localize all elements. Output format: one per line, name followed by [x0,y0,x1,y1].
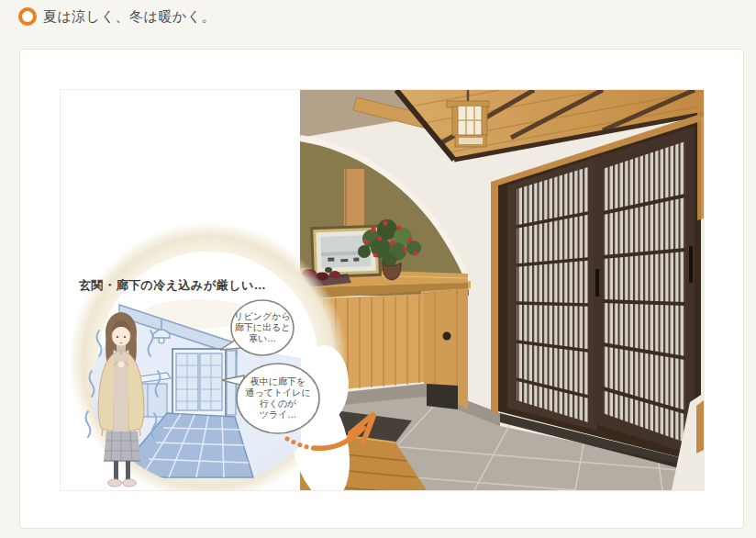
bubble-line: 通ってトイレに [234,387,322,398]
section-header: 夏は涼しく、冬は暖かく。 [18,7,216,26]
bubble-line: ツライ… [234,409,322,420]
bubble-line: リビングから [230,311,295,322]
door-handle [595,269,599,297]
door-handle [689,246,693,283]
bubble-line: 行くのが [234,398,322,409]
bubble-line: 寒い… [230,333,295,344]
speech-bubble-1-text: リビングから 廊下に出ると 寒い… [230,311,295,344]
cabinet-door-hole [443,332,451,341]
section-title: 夏は涼しく、冬は暖かく。 [43,8,216,26]
bubble-line: 夜中に廊下を [234,376,322,387]
bubble-line: 廊下に出ると [230,322,295,333]
illustration-caption: 玄関・廊下の冷え込みが厳しい… [79,277,255,294]
content-card: 玄関・廊下の冷え込みが厳しい… リビングから 廊下に出ると 寒い… 夜中に廊下を… [19,49,744,529]
page: { "header": { "title": "夏は涼しく、冬は暖かく。" },… [0,0,756,538]
speech-bubble-2-text: 夜中に廊下を 通ってトイレに 行くのが ツライ… [234,376,322,420]
bullet-icon [18,7,37,26]
figure: 玄関・廊下の冷え込みが厳しい… リビングから 廊下に出ると 寒い… 夜中に廊下を… [61,90,704,490]
